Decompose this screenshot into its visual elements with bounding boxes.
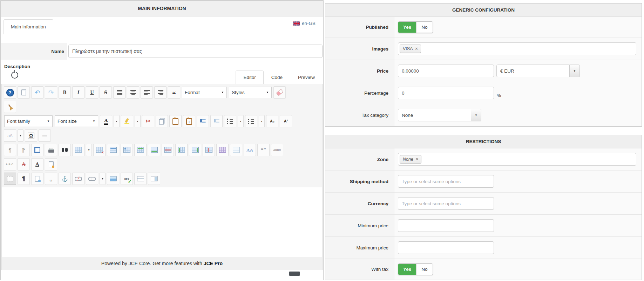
- show-blocks-icon[interactable]: ¶: [18, 173, 30, 185]
- blockquote-icon[interactable]: “: [168, 86, 180, 99]
- images-tag-input[interactable]: VISA×: [398, 42, 636, 55]
- row-insert-after-icon[interactable]: [148, 144, 160, 156]
- font-size-select[interactable]: Font size▼: [55, 115, 98, 127]
- table-delete-icon[interactable]: ✕: [93, 144, 106, 156]
- minimum-price-input[interactable]: [398, 219, 494, 232]
- tab-editor[interactable]: Editor: [236, 71, 263, 84]
- typography-icon[interactable]: AA: [244, 144, 256, 156]
- price-currency-select[interactable]: € EUR▼: [496, 65, 580, 77]
- language-label[interactable]: en-GB: [302, 21, 316, 26]
- styles-select[interactable]: Styles▼: [229, 87, 272, 98]
- bullet-list-icon[interactable]: [245, 115, 257, 127]
- image-icon[interactable]: [107, 173, 119, 185]
- help-icon[interactable]: ?: [4, 86, 16, 99]
- link-icon[interactable]: [86, 173, 98, 185]
- percentage-input[interactable]: [398, 87, 494, 99]
- horizontal-rule-icon[interactable]: —: [39, 129, 51, 142]
- text-color-arrow[interactable]: ▼: [114, 115, 120, 127]
- acronym-icon[interactable]: A.B.C.: [4, 158, 16, 170]
- bold-icon[interactable]: B: [59, 86, 71, 99]
- jce-pro-link[interactable]: JCE Pro: [204, 261, 223, 266]
- abbreviation-icon[interactable]: ABBR: [271, 144, 283, 156]
- text-color-icon[interactable]: A: [100, 115, 112, 127]
- shipping-method-input[interactable]: [398, 175, 494, 188]
- highlight-color-arrow[interactable]: ▼: [135, 115, 141, 127]
- deletion-icon[interactable]: A: [18, 158, 30, 170]
- paste-text-icon[interactable]: [183, 115, 195, 127]
- published-toggle[interactable]: YesNo: [398, 21, 433, 33]
- remove-tag-icon[interactable]: ×: [416, 157, 418, 161]
- justify-left-icon[interactable]: [141, 86, 153, 99]
- currency-input[interactable]: [398, 197, 494, 210]
- with-tax-toggle[interactable]: YesNo: [398, 263, 433, 275]
- justify-center-icon[interactable]: [127, 86, 139, 99]
- anchor-icon[interactable]: ⚓: [59, 173, 71, 185]
- print-icon[interactable]: [45, 144, 57, 156]
- iframe-icon[interactable]: [148, 173, 160, 185]
- rtl-paragraph-icon[interactable]: ¶: [18, 144, 30, 156]
- published-toggle-no[interactable]: No: [416, 22, 432, 33]
- indent-icon[interactable]: [197, 115, 209, 127]
- bullet-list-arrow[interactable]: ▼: [259, 115, 265, 127]
- name-input[interactable]: [68, 45, 323, 58]
- tab-preview[interactable]: Preview: [290, 71, 323, 84]
- visual-aid-icon[interactable]: [4, 173, 16, 185]
- split-cells-icon[interactable]: [230, 144, 242, 156]
- with-tax-toggle-yes[interactable]: Yes: [398, 264, 416, 275]
- special-character-icon[interactable]: Ω: [25, 129, 37, 142]
- justify-full-icon[interactable]: [113, 86, 126, 99]
- justify-right-icon[interactable]: [154, 86, 167, 99]
- table-arrow[interactable]: ▼: [86, 144, 92, 156]
- col-delete-icon[interactable]: [203, 144, 215, 156]
- row-insert-before-icon[interactable]: [134, 144, 147, 156]
- unlink-icon[interactable]: [72, 173, 84, 185]
- tax-category-select[interactable]: None▼: [398, 109, 481, 121]
- col-insert-after-icon[interactable]: [189, 144, 201, 156]
- remove-tag-icon[interactable]: ×: [415, 47, 418, 51]
- with-tax-toggle-no[interactable]: No: [416, 264, 432, 275]
- case-change-arrow[interactable]: ▼: [18, 129, 23, 142]
- cleanup-icon[interactable]: [4, 101, 16, 113]
- nonbreaking-icon[interactable]: ␣: [45, 173, 57, 185]
- col-insert-before-icon[interactable]: [175, 144, 188, 156]
- highlight-color-icon[interactable]: [121, 115, 133, 127]
- published-toggle-yes[interactable]: Yes: [398, 22, 416, 33]
- table-icon[interactable]: [72, 144, 84, 156]
- table-cell-props-icon[interactable]: [121, 144, 133, 156]
- outdent-icon[interactable]: [210, 115, 223, 127]
- editor-resize-handle[interactable]: [289, 272, 300, 276]
- quote-icon[interactable]: “”: [257, 144, 270, 156]
- strikethrough-icon[interactable]: S: [100, 86, 112, 99]
- ltr-paragraph-icon[interactable]: ¶: [4, 144, 16, 156]
- cut-icon[interactable]: ✂: [142, 115, 154, 127]
- table-row-props-icon[interactable]: [107, 144, 119, 156]
- underline-icon[interactable]: U: [86, 86, 98, 99]
- editor-toggle-button[interactable]: [1, 72, 18, 84]
- fullscreen-icon[interactable]: [31, 144, 43, 156]
- subscript-icon[interactable]: A₂: [266, 115, 278, 127]
- italic-icon[interactable]: I: [72, 86, 84, 99]
- preview-page-icon[interactable]: [31, 173, 43, 185]
- spellcheck-icon[interactable]: abc: [121, 173, 133, 185]
- redo-icon[interactable]: ↷: [45, 86, 57, 99]
- font-family-select[interactable]: Font family▼: [4, 115, 53, 127]
- editor-content-area[interactable]: [2, 187, 322, 257]
- ordered-list-icon[interactable]: [224, 115, 236, 127]
- undo-icon[interactable]: ↶: [31, 86, 43, 99]
- format-select[interactable]: Format▼: [182, 87, 227, 98]
- insertion-icon[interactable]: A: [31, 158, 43, 170]
- superscript-icon[interactable]: A²: [280, 115, 292, 127]
- row-delete-icon[interactable]: [162, 144, 174, 156]
- language-switcher[interactable]: en-GB: [293, 19, 320, 26]
- template-icon[interactable]: [45, 158, 57, 170]
- tab-code[interactable]: Code: [264, 71, 290, 84]
- paste-icon[interactable]: [169, 115, 182, 127]
- chevron-down-icon[interactable]: ▼: [471, 109, 481, 121]
- merge-cells-icon[interactable]: [216, 144, 229, 156]
- price-input[interactable]: [398, 65, 494, 77]
- ordered-list-arrow[interactable]: ▼: [238, 115, 244, 127]
- tab-main-information[interactable]: Main information: [4, 19, 53, 34]
- new-document-icon[interactable]: [18, 86, 30, 99]
- maximum-price-input[interactable]: [398, 241, 494, 254]
- link-arrow[interactable]: ▼: [100, 173, 106, 185]
